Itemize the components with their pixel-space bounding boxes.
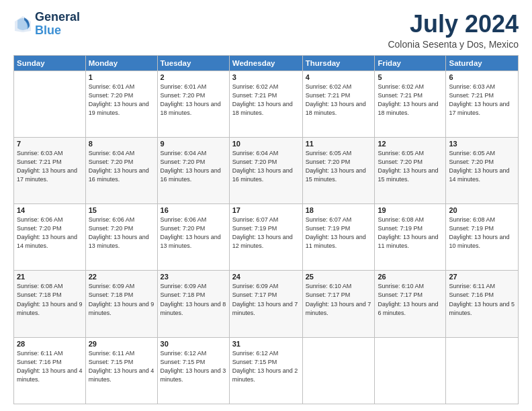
sunrise-text: Sunrise: 6:01 AM: [89, 83, 135, 90]
table-row: 19Sunrise: 6:08 AMSunset: 7:19 PMDayligh…: [375, 204, 446, 271]
logo-line2: Blue: [35, 24, 80, 38]
calendar-header-row: Sunday Monday Tuesday Wednesday Thursday…: [14, 55, 519, 71]
table-row: [302, 337, 375, 404]
col-wednesday: Wednesday: [229, 55, 302, 71]
table-row: [375, 337, 446, 404]
day-number: 26: [378, 273, 443, 281]
day-number: 8: [89, 140, 154, 148]
daylight-text: Daylight: 13 hours and 16 minutes.: [161, 167, 221, 183]
day-number: 3: [232, 73, 300, 81]
sunrise-text: Sunrise: 6:04 AM: [89, 150, 135, 156]
col-sunday: Sunday: [14, 55, 86, 71]
daylight-text: Daylight: 13 hours and 18 minutes.: [306, 101, 366, 116]
table-row: 21Sunrise: 6:08 AMSunset: 7:18 PMDayligh…: [14, 271, 86, 337]
day-number: 29: [89, 340, 154, 348]
day-info: Sunrise: 6:10 AMSunset: 7:17 PMDaylight:…: [306, 282, 372, 317]
day-info: Sunrise: 6:12 AMSunset: 7:15 PMDaylight:…: [161, 349, 226, 384]
table-row: 14Sunrise: 6:06 AMSunset: 7:20 PMDayligh…: [14, 204, 86, 271]
daylight-text: Daylight: 13 hours and 6 minutes.: [378, 301, 438, 316]
sunrise-text: Sunrise: 6:08 AM: [17, 283, 63, 289]
table-row: 28Sunrise: 6:11 AMSunset: 7:16 PMDayligh…: [14, 337, 86, 404]
table-row: 27Sunrise: 6:11 AMSunset: 7:16 PMDayligh…: [446, 271, 519, 337]
sunrise-text: Sunrise: 6:09 AM: [161, 283, 207, 289]
table-row: 26Sunrise: 6:10 AMSunset: 7:17 PMDayligh…: [375, 271, 446, 337]
day-info: Sunrise: 6:05 AMSunset: 7:20 PMDaylight:…: [306, 149, 372, 184]
sunrise-text: Sunrise: 6:07 AM: [306, 216, 352, 223]
daylight-text: Daylight: 13 hours and 15 minutes.: [378, 167, 438, 183]
day-number: 31: [232, 340, 300, 348]
day-number: 16: [161, 206, 226, 214]
sunset-text: Sunset: 7:20 PM: [89, 225, 134, 232]
day-number: 18: [306, 206, 372, 214]
day-info: Sunrise: 6:09 AMSunset: 7:17 PMDaylight:…: [232, 282, 300, 317]
table-row: 13Sunrise: 6:05 AMSunset: 7:20 PMDayligh…: [446, 137, 519, 203]
table-row: 24Sunrise: 6:09 AMSunset: 7:17 PMDayligh…: [229, 271, 302, 337]
day-number: 7: [17, 140, 83, 148]
daylight-text: Daylight: 13 hours and 9 minutes.: [17, 301, 83, 316]
sunset-text: Sunset: 7:19 PM: [449, 225, 494, 232]
table-row: 23Sunrise: 6:09 AMSunset: 7:18 PMDayligh…: [157, 271, 229, 337]
col-monday: Monday: [85, 55, 157, 71]
day-number: 13: [449, 140, 515, 148]
table-row: 31Sunrise: 6:12 AMSunset: 7:15 PMDayligh…: [229, 337, 302, 404]
day-number: 5: [378, 73, 443, 81]
table-row: 16Sunrise: 6:06 AMSunset: 7:20 PMDayligh…: [157, 204, 229, 271]
daylight-text: Daylight: 13 hours and 13 minutes.: [161, 234, 221, 249]
sunrise-text: Sunrise: 6:10 AM: [306, 283, 352, 289]
sunset-text: Sunset: 7:20 PM: [449, 158, 494, 165]
day-info: Sunrise: 6:09 AMSunset: 7:18 PMDaylight:…: [161, 282, 226, 317]
calendar-week-4: 21Sunrise: 6:08 AMSunset: 7:18 PMDayligh…: [14, 271, 519, 337]
sunrise-text: Sunrise: 6:04 AM: [232, 150, 279, 156]
sunset-text: Sunset: 7:17 PM: [232, 291, 277, 298]
logo-line1: General: [35, 11, 80, 24]
daylight-text: Daylight: 13 hours and 17 minutes.: [17, 167, 77, 183]
sunset-text: Sunset: 7:15 PM: [161, 359, 206, 365]
sunset-text: Sunset: 7:21 PM: [232, 92, 277, 99]
col-thursday: Thursday: [302, 55, 375, 71]
day-number: 4: [306, 73, 372, 81]
day-info: Sunrise: 6:05 AMSunset: 7:20 PMDaylight:…: [449, 149, 515, 184]
day-number: 9: [161, 140, 226, 148]
page: General Blue July 2024 Colonia Sesenta y…: [0, 0, 532, 411]
daylight-text: Daylight: 13 hours and 16 minutes.: [232, 167, 293, 183]
daylight-text: Daylight: 13 hours and 7 minutes.: [232, 301, 298, 316]
table-row: 22Sunrise: 6:09 AMSunset: 7:18 PMDayligh…: [85, 271, 157, 337]
daylight-text: Daylight: 13 hours and 15 minutes.: [306, 167, 366, 183]
table-row: 10Sunrise: 6:04 AMSunset: 7:20 PMDayligh…: [229, 137, 302, 203]
table-row: 11Sunrise: 6:05 AMSunset: 7:20 PMDayligh…: [302, 137, 375, 203]
day-number: 28: [17, 340, 83, 348]
table-row: 1Sunrise: 6:01 AMSunset: 7:20 PMDaylight…: [85, 71, 157, 137]
table-row: 20Sunrise: 6:08 AMSunset: 7:19 PMDayligh…: [446, 204, 519, 271]
day-number: 2: [161, 73, 226, 81]
calendar-week-3: 14Sunrise: 6:06 AMSunset: 7:20 PMDayligh…: [14, 204, 519, 271]
day-number: 11: [306, 140, 372, 148]
daylight-text: Daylight: 13 hours and 16 minutes.: [89, 167, 149, 183]
location-title: Colonia Sesenta y Dos, Mexico: [388, 39, 519, 50]
sunset-text: Sunset: 7:15 PM: [89, 359, 134, 365]
table-row: 25Sunrise: 6:10 AMSunset: 7:17 PMDayligh…: [302, 271, 375, 337]
day-info: Sunrise: 6:11 AMSunset: 7:15 PMDaylight:…: [89, 349, 154, 384]
sunset-text: Sunset: 7:20 PM: [89, 92, 134, 99]
day-number: 21: [17, 273, 83, 281]
sunrise-text: Sunrise: 6:03 AM: [17, 150, 63, 156]
table-row: 12Sunrise: 6:05 AMSunset: 7:20 PMDayligh…: [375, 137, 446, 203]
day-info: Sunrise: 6:06 AMSunset: 7:20 PMDaylight:…: [17, 216, 83, 250]
sunrise-text: Sunrise: 6:03 AM: [449, 83, 495, 90]
daylight-text: Daylight: 13 hours and 8 minutes.: [161, 301, 226, 316]
table-row: 5Sunrise: 6:02 AMSunset: 7:21 PMDaylight…: [375, 71, 446, 137]
sunset-text: Sunset: 7:20 PM: [161, 225, 206, 232]
sunrise-text: Sunrise: 6:08 AM: [378, 216, 424, 223]
daylight-text: Daylight: 13 hours and 3 minutes.: [161, 367, 226, 383]
title-block: July 2024 Colonia Sesenta y Dos, Mexico: [388, 11, 519, 50]
day-number: 27: [449, 273, 515, 281]
sunrise-text: Sunrise: 6:10 AM: [378, 283, 424, 289]
sunset-text: Sunset: 7:19 PM: [306, 225, 351, 232]
daylight-text: Daylight: 13 hours and 4 minutes.: [89, 367, 154, 383]
day-info: Sunrise: 6:01 AMSunset: 7:20 PMDaylight:…: [161, 83, 226, 118]
day-number: 19: [378, 206, 443, 214]
sunrise-text: Sunrise: 6:06 AM: [89, 216, 135, 223]
day-info: Sunrise: 6:12 AMSunset: 7:15 PMDaylight:…: [232, 349, 300, 384]
calendar-table: Sunday Monday Tuesday Wednesday Thursday…: [13, 55, 519, 404]
sunset-text: Sunset: 7:18 PM: [161, 291, 206, 298]
sunset-text: Sunset: 7:20 PM: [378, 158, 423, 165]
